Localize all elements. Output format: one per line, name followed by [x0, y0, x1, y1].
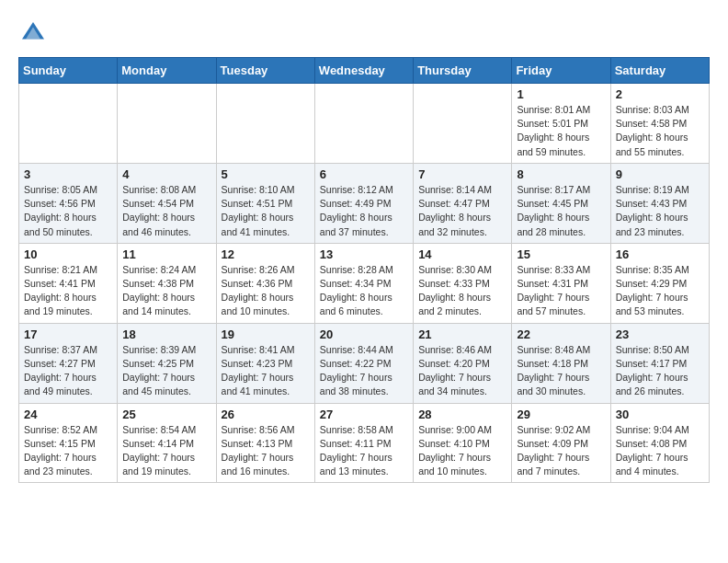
- day-number: 30: [616, 408, 704, 421]
- calendar-cell: 22Sunrise: 8:48 AM Sunset: 4:18 PM Dayli…: [512, 323, 610, 403]
- calendar-cell: 1Sunrise: 8:01 AM Sunset: 5:01 PM Daylig…: [512, 84, 610, 164]
- day-number: 16: [616, 247, 704, 261]
- day-info: Sunrise: 8:10 AM Sunset: 4:51 PM Dayligh…: [222, 183, 310, 239]
- weekday-header: Saturday: [610, 58, 709, 84]
- calendar-cell: 2Sunrise: 8:03 AM Sunset: 4:58 PM Daylig…: [610, 84, 709, 164]
- day-info: Sunrise: 8:19 AM Sunset: 4:43 PM Dayligh…: [616, 183, 704, 239]
- weekday-header: Wednesday: [314, 58, 413, 84]
- day-number: 15: [517, 247, 605, 261]
- day-number: 20: [320, 327, 408, 341]
- day-info: Sunrise: 8:52 AM Sunset: 4:15 PM Dayligh…: [24, 423, 112, 479]
- day-number: 27: [320, 408, 408, 421]
- day-number: 11: [122, 247, 210, 261]
- day-number: 28: [418, 408, 506, 421]
- day-number: 23: [616, 327, 704, 341]
- day-info: Sunrise: 8:41 AM Sunset: 4:23 PM Dayligh…: [222, 343, 310, 399]
- calendar-cell: 12Sunrise: 8:26 AM Sunset: 4:36 PM Dayli…: [216, 243, 314, 323]
- calendar-table: SundayMondayTuesdayWednesdayThursdayFrid…: [18, 57, 710, 483]
- day-number: 14: [418, 247, 506, 261]
- day-number: 25: [122, 408, 210, 421]
- day-info: Sunrise: 8:58 AM Sunset: 4:11 PM Dayligh…: [320, 423, 408, 479]
- calendar-cell: 28Sunrise: 9:00 AM Sunset: 4:10 PM Dayli…: [414, 403, 512, 483]
- calendar-cell: 26Sunrise: 8:56 AM Sunset: 4:13 PM Dayli…: [216, 403, 314, 483]
- day-info: Sunrise: 8:44 AM Sunset: 4:22 PM Dayligh…: [320, 343, 408, 399]
- day-number: 18: [122, 327, 210, 341]
- calendar-cell: 24Sunrise: 8:52 AM Sunset: 4:15 PM Dayli…: [19, 403, 118, 483]
- day-number: 10: [24, 247, 112, 261]
- day-info: Sunrise: 8:12 AM Sunset: 4:49 PM Dayligh…: [320, 183, 408, 239]
- day-number: 8: [517, 167, 605, 181]
- day-number: 22: [517, 327, 605, 341]
- day-number: 19: [222, 327, 310, 341]
- day-number: 12: [222, 247, 310, 261]
- weekday-header: Monday: [118, 58, 216, 84]
- calendar-cell: 16Sunrise: 8:35 AM Sunset: 4:29 PM Dayli…: [610, 243, 709, 323]
- day-info: Sunrise: 8:17 AM Sunset: 4:45 PM Dayligh…: [517, 183, 605, 239]
- logo-icon: [18, 18, 48, 48]
- day-info: Sunrise: 9:04 AM Sunset: 4:08 PM Dayligh…: [616, 423, 704, 479]
- day-number: 29: [517, 408, 605, 421]
- calendar-cell: 4Sunrise: 8:08 AM Sunset: 4:54 PM Daylig…: [118, 163, 216, 243]
- day-info: Sunrise: 8:01 AM Sunset: 5:01 PM Dayligh…: [517, 103, 605, 159]
- weekday-header: Tuesday: [216, 58, 314, 84]
- day-number: 1: [517, 87, 605, 101]
- calendar-cell: 17Sunrise: 8:37 AM Sunset: 4:27 PM Dayli…: [19, 323, 118, 403]
- calendar-cell: [19, 84, 118, 164]
- day-info: Sunrise: 8:37 AM Sunset: 4:27 PM Dayligh…: [24, 343, 112, 399]
- day-info: Sunrise: 8:21 AM Sunset: 4:41 PM Dayligh…: [24, 263, 112, 319]
- calendar-cell: 6Sunrise: 8:12 AM Sunset: 4:49 PM Daylig…: [314, 163, 413, 243]
- calendar-week-row: 10Sunrise: 8:21 AM Sunset: 4:41 PM Dayli…: [19, 243, 710, 323]
- calendar-cell: 29Sunrise: 9:02 AM Sunset: 4:09 PM Dayli…: [512, 403, 610, 483]
- calendar-cell: 14Sunrise: 8:30 AM Sunset: 4:33 PM Dayli…: [414, 243, 512, 323]
- calendar-cell: 5Sunrise: 8:10 AM Sunset: 4:51 PM Daylig…: [216, 163, 314, 243]
- calendar-cell: 21Sunrise: 8:46 AM Sunset: 4:20 PM Dayli…: [414, 323, 512, 403]
- day-number: 21: [418, 327, 506, 341]
- calendar-cell: 25Sunrise: 8:54 AM Sunset: 4:14 PM Dayli…: [118, 403, 216, 483]
- day-info: Sunrise: 8:03 AM Sunset: 4:58 PM Dayligh…: [616, 103, 704, 159]
- day-number: 6: [320, 167, 408, 181]
- calendar-cell: 11Sunrise: 8:24 AM Sunset: 4:38 PM Dayli…: [118, 243, 216, 323]
- day-info: Sunrise: 8:30 AM Sunset: 4:33 PM Dayligh…: [418, 263, 506, 319]
- day-info: Sunrise: 8:08 AM Sunset: 4:54 PM Dayligh…: [122, 183, 210, 239]
- calendar-cell: [118, 84, 216, 164]
- calendar-cell: 19Sunrise: 8:41 AM Sunset: 4:23 PM Dayli…: [216, 323, 314, 403]
- day-number: 24: [24, 408, 112, 421]
- calendar-week-row: 1Sunrise: 8:01 AM Sunset: 5:01 PM Daylig…: [19, 84, 710, 164]
- calendar-cell: 27Sunrise: 8:58 AM Sunset: 4:11 PM Dayli…: [314, 403, 413, 483]
- day-info: Sunrise: 8:14 AM Sunset: 4:47 PM Dayligh…: [418, 183, 506, 239]
- weekday-header: Friday: [512, 58, 610, 84]
- calendar-cell: 8Sunrise: 8:17 AM Sunset: 4:45 PM Daylig…: [512, 163, 610, 243]
- calendar-week-row: 24Sunrise: 8:52 AM Sunset: 4:15 PM Dayli…: [19, 403, 710, 483]
- day-info: Sunrise: 8:39 AM Sunset: 4:25 PM Dayligh…: [122, 343, 210, 399]
- day-info: Sunrise: 8:35 AM Sunset: 4:29 PM Dayligh…: [616, 263, 704, 319]
- calendar-cell: 13Sunrise: 8:28 AM Sunset: 4:34 PM Dayli…: [314, 243, 413, 323]
- calendar-cell: 18Sunrise: 8:39 AM Sunset: 4:25 PM Dayli…: [118, 323, 216, 403]
- calendar-cell: 23Sunrise: 8:50 AM Sunset: 4:17 PM Dayli…: [610, 323, 709, 403]
- day-info: Sunrise: 9:02 AM Sunset: 4:09 PM Dayligh…: [517, 423, 605, 479]
- calendar-cell: [414, 84, 512, 164]
- calendar-cell: [314, 84, 413, 164]
- calendar-week-row: 17Sunrise: 8:37 AM Sunset: 4:27 PM Dayli…: [19, 323, 710, 403]
- day-info: Sunrise: 8:28 AM Sunset: 4:34 PM Dayligh…: [320, 263, 408, 319]
- day-info: Sunrise: 8:50 AM Sunset: 4:17 PM Dayligh…: [616, 343, 704, 399]
- day-info: Sunrise: 8:54 AM Sunset: 4:14 PM Dayligh…: [122, 423, 210, 479]
- calendar-cell: 7Sunrise: 8:14 AM Sunset: 4:47 PM Daylig…: [414, 163, 512, 243]
- day-number: 3: [24, 167, 112, 181]
- day-info: Sunrise: 8:05 AM Sunset: 4:56 PM Dayligh…: [24, 183, 112, 239]
- calendar-cell: 30Sunrise: 9:04 AM Sunset: 4:08 PM Dayli…: [610, 403, 709, 483]
- day-number: 26: [222, 408, 310, 421]
- day-info: Sunrise: 8:26 AM Sunset: 4:36 PM Dayligh…: [222, 263, 310, 319]
- day-info: Sunrise: 8:33 AM Sunset: 4:31 PM Dayligh…: [517, 263, 605, 319]
- day-info: Sunrise: 8:24 AM Sunset: 4:38 PM Dayligh…: [122, 263, 210, 319]
- day-info: Sunrise: 8:56 AM Sunset: 4:13 PM Dayligh…: [222, 423, 310, 479]
- day-number: 13: [320, 247, 408, 261]
- calendar-week-row: 3Sunrise: 8:05 AM Sunset: 4:56 PM Daylig…: [19, 163, 710, 243]
- calendar-cell: [216, 84, 314, 164]
- day-info: Sunrise: 9:00 AM Sunset: 4:10 PM Dayligh…: [418, 423, 506, 479]
- calendar-cell: 15Sunrise: 8:33 AM Sunset: 4:31 PM Dayli…: [512, 243, 610, 323]
- weekday-header: Thursday: [414, 58, 512, 84]
- day-number: 2: [616, 87, 704, 101]
- day-number: 5: [222, 167, 310, 181]
- day-number: 17: [24, 327, 112, 341]
- day-number: 9: [616, 167, 704, 181]
